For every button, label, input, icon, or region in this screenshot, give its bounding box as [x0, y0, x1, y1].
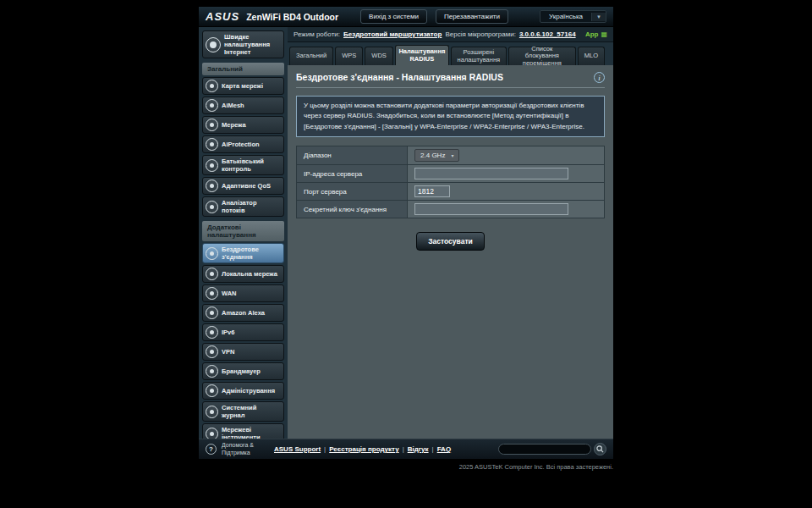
reboot-button[interactable]: Перезавантажити: [436, 9, 508, 24]
sidebar-item-label: Системний журнал: [222, 404, 281, 419]
content-panel: Бездротове з'єднання - Налаштування RADI…: [288, 65, 613, 439]
sidebar-item-label: AiMesh: [222, 102, 244, 109]
tab-general[interactable]: Загальний: [289, 47, 333, 65]
server-ip-input[interactable]: [414, 168, 568, 179]
tab-bar: Загальний WPS WDS Налаштування RADIUS Ро…: [288, 42, 613, 65]
tab-advanced-settings[interactable]: Розширені налаштування: [451, 47, 507, 65]
sidebar-item-label: WAN: [222, 290, 237, 297]
sidebar-item-network-map[interactable]: Карта мережі: [202, 77, 284, 95]
band-select[interactable]: 2.4 GHz ▾: [414, 149, 459, 162]
footer-links: ASUS Support| Реєстрація продукту| Відгу…: [274, 445, 451, 453]
operation-mode-link[interactable]: Бездротовий маршрутизатор: [343, 30, 442, 38]
sidebar-item-system-log[interactable]: Системний журнал: [202, 401, 284, 422]
sidebar-item-adaptive-qos[interactable]: Адаптивне QoS: [202, 177, 284, 195]
sidebar-section-general: Загальний: [202, 63, 284, 75]
tab-mlo[interactable]: MLO: [578, 47, 605, 65]
table-row: Діапазон 2.4 GHz ▾: [297, 146, 605, 165]
table-row: Секретний ключ з'єднання: [297, 201, 605, 218]
footer-search: [498, 443, 606, 456]
sidebar-item-aiprotection[interactable]: AiProtection: [202, 135, 284, 153]
asus-logo[interactable]: ASUS: [206, 10, 239, 23]
wireless-icon: [206, 247, 218, 260]
chevron-down-icon: ▾: [451, 152, 453, 158]
field-label-band: Діапазон: [297, 146, 408, 165]
sidebar-item-firewall[interactable]: Брандмауер: [202, 362, 284, 380]
title-row: Бездротове з'єднання - Налаштування RADI…: [296, 72, 605, 88]
app-footer: ? Допомога & Підтримка ASUS Support| Реє…: [199, 439, 613, 459]
field-label-server-ip: IP-адреса сервера: [297, 165, 408, 183]
quick-setup-button[interactable]: Швидке налаштування Інтернет: [202, 30, 284, 58]
asus-support-link[interactable]: ASUS Support: [274, 445, 321, 453]
firmware-version-link[interactable]: 3.0.0.6.102_57164: [519, 30, 576, 38]
app-body: Швидке налаштування Інтернет Загальний К…: [199, 27, 613, 439]
model-name: ZenWiFi BD4 Outdoor: [246, 12, 338, 22]
traffic-analyzer-icon: [206, 201, 218, 213]
sidebar-item-vpn[interactable]: VPN: [202, 343, 284, 361]
sidebar-item-parental-controls[interactable]: Батьківський контроль: [202, 155, 284, 175]
connection-secret-input[interactable]: [414, 203, 568, 215]
copyright: 2025 ASUSTeK Computer Inc. Всі права зас…: [199, 463, 613, 471]
chevron-down-icon: ▼: [591, 13, 606, 21]
app-header: ASUS ZenWiFi BD4 Outdoor Вихід з системи…: [199, 7, 613, 27]
sidebar-item-lan[interactable]: Локальна мережа: [202, 265, 284, 283]
sidebar-item-label: Адміністрування: [222, 387, 275, 395]
logout-button[interactable]: Вихід з системи: [360, 9, 427, 24]
search-icon[interactable]: [594, 443, 606, 456]
sidebar-item-label: Мережа: [222, 121, 246, 129]
sidebar-item-label: Локальна мережа: [222, 270, 277, 278]
sidebar-item-administration[interactable]: Адміністрування: [202, 382, 284, 400]
aimesh-icon: [206, 99, 218, 112]
sidebar-section-advanced: Додаткові налаштування: [202, 221, 284, 241]
ipv6-icon: [206, 326, 218, 339]
app-link[interactable]: App ▦: [585, 30, 607, 38]
field-label-connection-secret: Секретний ключ з'єднання: [297, 201, 408, 218]
quick-setup-label: Швидке налаштування Інтернет: [224, 33, 281, 56]
sidebar-item-label: Адаптивне QoS: [222, 182, 271, 190]
sidebar-item-network[interactable]: Мережа: [202, 116, 284, 134]
server-port-input[interactable]: [414, 185, 450, 197]
aiprotection-icon: [206, 138, 218, 151]
sidebar-item-wan[interactable]: WAN: [202, 284, 284, 302]
tab-roaming-block-list[interactable]: Список блокування переміщення: [508, 47, 576, 65]
status-bar: Режим роботи: Бездротовий маршрутизатор …: [288, 27, 613, 42]
apply-button[interactable]: Застосувати: [416, 232, 485, 251]
sidebar-item-aimesh[interactable]: AiMesh: [202, 97, 284, 114]
product-registration-link[interactable]: Реєстрація продукту: [329, 445, 398, 453]
info-icon[interactable]: i: [594, 72, 605, 83]
administration-icon: [206, 384, 218, 397]
radius-settings-table: Діапазон 2.4 GHz ▾ IP-адреса сервера: [296, 146, 605, 218]
page-description: У цьому розділі можна встановити додатко…: [296, 96, 605, 137]
sidebar: Швидке налаштування Інтернет Загальний К…: [199, 27, 288, 439]
search-input[interactable]: [498, 444, 591, 455]
sidebar-item-network-tools[interactable]: Мережеві інструменти: [202, 423, 284, 439]
feedback-link[interactable]: Відгук: [408, 445, 429, 453]
help-support-label[interactable]: Допомога & Підтримка: [222, 442, 262, 456]
field-label-server-port: Порт сервера: [297, 183, 408, 201]
sidebar-item-label: Карта мережі: [222, 82, 263, 90]
sidebar-item-label: IPv6: [222, 329, 234, 336]
sidebar-item-amazon-alexa[interactable]: Amazon Alexa: [202, 304, 284, 322]
app-label: App: [585, 30, 599, 38]
language-select[interactable]: Українська ▼: [540, 10, 606, 23]
network-map-icon: [206, 80, 218, 92]
tab-wds[interactable]: WDS: [365, 47, 393, 65]
sidebar-item-ipv6[interactable]: IPv6: [202, 323, 284, 341]
sidebar-item-wireless[interactable]: Бездротове з'єднання: [202, 243, 284, 263]
network-icon: [206, 119, 218, 131]
sidebar-item-traffic-analyzer[interactable]: Аналізатор потоків: [202, 196, 284, 217]
faq-link[interactable]: FAQ: [437, 445, 451, 453]
language-label: Українська: [540, 11, 591, 22]
router-admin-app: ASUS ZenWiFi BD4 Outdoor Вихід з системи…: [199, 7, 613, 459]
band-select-value: 2.4 GHz: [420, 152, 445, 159]
page-title: Бездротове з'єднання - Налаштування RADI…: [296, 72, 503, 82]
lan-icon: [206, 268, 218, 280]
tab-radius-settings[interactable]: Налаштування RADIUS: [395, 45, 449, 65]
app-qr-icon: ▦: [601, 30, 607, 38]
table-row: IP-адреса сервера: [297, 165, 605, 183]
tab-wps[interactable]: WPS: [335, 47, 363, 65]
adaptive-qos-icon: [206, 179, 218, 192]
network-tools-icon: [206, 428, 218, 439]
sidebar-item-label: AiProtection: [222, 141, 260, 148]
firewall-icon: [206, 365, 218, 378]
wan-icon: [206, 287, 218, 300]
